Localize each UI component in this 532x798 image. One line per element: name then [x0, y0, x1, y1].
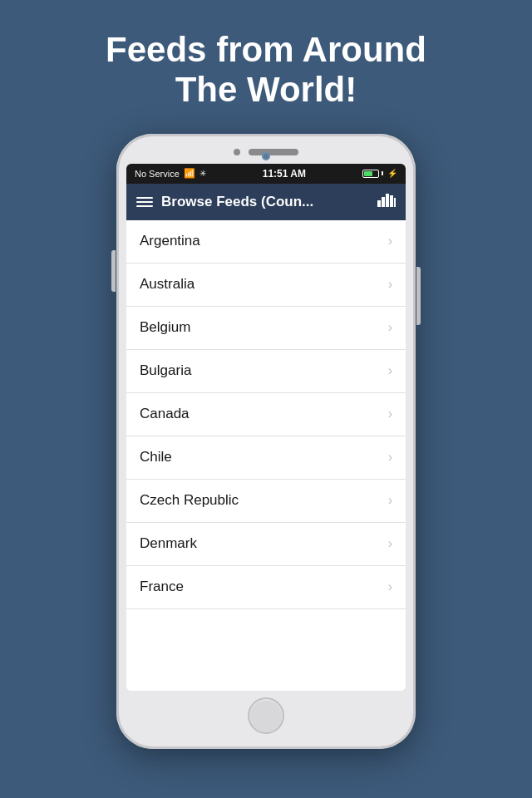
country-name: Canada [140, 406, 190, 422]
country-name: Chile [140, 449, 172, 466]
chevron-right-icon: › [388, 277, 392, 292]
country-name: Argentina [140, 233, 200, 249]
country-name: Australia [140, 276, 195, 293]
chevron-right-icon: › [388, 450, 392, 465]
chevron-right-icon: › [388, 234, 392, 249]
country-name: Belgium [140, 319, 190, 336]
phone-shell: No Service 📶 ✳ 11:51 AM ⚡ [116, 134, 416, 749]
country-name: Czech Republic [140, 492, 239, 509]
chevron-right-icon: › [388, 406, 392, 421]
chevron-right-icon: › [388, 363, 392, 378]
status-right: ⚡ [362, 169, 397, 178]
battery-tip [382, 171, 383, 175]
svg-rect-0 [377, 200, 381, 207]
chevron-right-icon: › [388, 536, 392, 551]
phone-top [126, 149, 406, 160]
wifi-icon: 📶 [184, 168, 195, 179]
chevron-right-icon: › [388, 579, 392, 594]
country-list-item[interactable]: France› [126, 566, 406, 609]
country-name: Bulgaria [140, 362, 191, 379]
country-name: Denmark [140, 535, 197, 552]
status-bar: No Service 📶 ✳ 11:51 AM ⚡ [126, 164, 406, 184]
country-list-item[interactable]: Argentina› [126, 220, 406, 264]
speaker-grille [249, 149, 298, 155]
battery-body [362, 170, 379, 178]
hamburger-menu-icon[interactable] [136, 197, 153, 207]
country-list-item[interactable]: Czech Republic› [126, 480, 406, 523]
country-list-item[interactable]: Belgium› [126, 307, 406, 350]
svg-rect-4 [394, 198, 396, 207]
headline-line2: The World! [175, 70, 357, 109]
status-time: 11:51 AM [263, 168, 306, 180]
headline-line1: Feeds from Around [106, 30, 426, 69]
status-left: No Service 📶 ✳ [135, 168, 206, 179]
nav-title: Browse Feeds (Coun... [161, 194, 369, 210]
country-list-item[interactable]: Australia› [126, 264, 406, 307]
battery-icon [362, 170, 383, 178]
service-indicator: No Service [135, 169, 180, 179]
charging-bolt-icon: ⚡ [387, 169, 397, 178]
home-button[interactable] [248, 697, 284, 734]
country-name: France [140, 579, 184, 595]
svg-rect-1 [382, 197, 385, 207]
chart-icon[interactable] [377, 192, 396, 211]
country-list-item[interactable]: Canada› [126, 393, 406, 436]
country-list-item[interactable]: Chile› [126, 436, 406, 480]
svg-rect-2 [386, 194, 389, 207]
chevron-right-icon: › [388, 493, 392, 508]
headline: Feeds from Around The World! [72, 30, 460, 111]
phone-bottom [126, 697, 406, 734]
phone-screen: No Service 📶 ✳ 11:51 AM ⚡ [126, 164, 406, 691]
battery-fill [364, 171, 372, 176]
brightness-icon: ✳ [200, 169, 206, 178]
country-list-item[interactable]: Denmark› [126, 523, 406, 566]
country-list: Argentina›Australia›Belgium›Bulgaria›Can… [126, 220, 406, 691]
nav-bar: Browse Feeds (Coun... [126, 184, 406, 220]
country-list-item[interactable]: Bulgaria› [126, 350, 406, 393]
svg-rect-3 [390, 195, 393, 207]
sensor-dot [234, 149, 240, 155]
chevron-right-icon: › [388, 320, 392, 335]
front-camera [262, 152, 270, 160]
